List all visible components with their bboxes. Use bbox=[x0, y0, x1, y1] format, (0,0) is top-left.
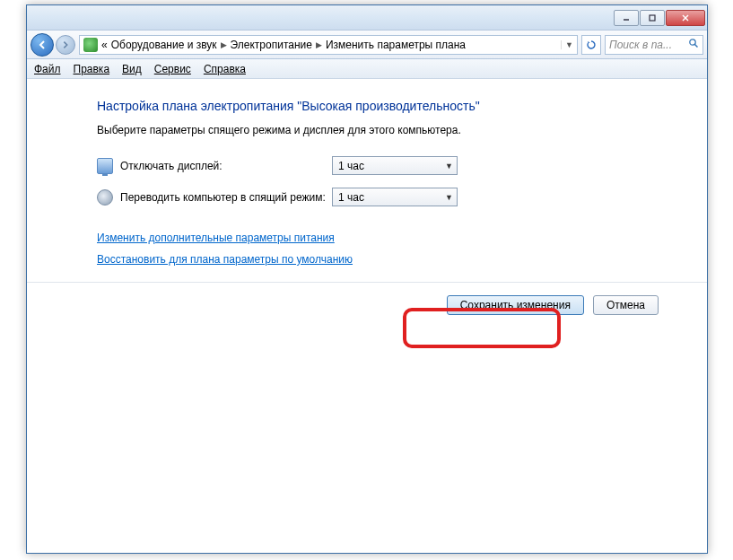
display-off-value: 1 час bbox=[338, 160, 364, 172]
explorer-window: « Оборудование и звук ▶ Электропитание ▶… bbox=[26, 4, 708, 554]
nav-arrows bbox=[31, 33, 75, 57]
chevron-down-icon: ▼ bbox=[445, 162, 453, 171]
button-row: Сохранить изменения Отмена bbox=[97, 283, 680, 315]
breadcrumb-prefix: « bbox=[101, 39, 108, 51]
search-box[interactable]: Поиск в па... bbox=[605, 35, 703, 55]
display-off-select[interactable]: 1 час ▼ bbox=[332, 156, 458, 175]
address-bar[interactable]: « Оборудование и звук ▶ Электропитание ▶… bbox=[79, 35, 578, 55]
row-sleep: Переводить компьютер в спящий режим: 1 ч… bbox=[97, 188, 680, 206]
moon-icon bbox=[97, 189, 113, 206]
control-panel-icon bbox=[83, 38, 98, 52]
monitor-icon bbox=[97, 158, 113, 174]
sleep-select[interactable]: 1 час ▼ bbox=[332, 188, 458, 206]
search-icon bbox=[688, 38, 699, 51]
menu-view[interactable]: Вид bbox=[122, 63, 142, 75]
page-subtext: Выберите параметры спящего режима и дисп… bbox=[97, 124, 680, 136]
menu-tools[interactable]: Сервис bbox=[154, 63, 191, 75]
menu-edit[interactable]: Правка bbox=[74, 63, 110, 75]
svg-point-4 bbox=[690, 39, 695, 45]
refresh-button[interactable] bbox=[581, 35, 601, 55]
back-button[interactable] bbox=[31, 33, 54, 57]
chevron-down-icon: ▼ bbox=[445, 193, 453, 202]
breadcrumb-hardware-sound[interactable]: Оборудование и звук bbox=[111, 39, 217, 51]
cancel-button[interactable]: Отмена bbox=[593, 295, 659, 315]
nav-bar: « Оборудование и звук ▶ Электропитание ▶… bbox=[27, 31, 707, 59]
content-area: Настройка плана электропитания "Высокая … bbox=[27, 79, 707, 553]
sleep-value: 1 час bbox=[338, 191, 364, 204]
close-button[interactable] bbox=[666, 10, 705, 26]
minimize-button[interactable] bbox=[614, 10, 639, 26]
menu-bar: Файл Правка Вид Сервис Справка bbox=[27, 59, 707, 79]
page-title: Настройка плана электропитания "Высокая … bbox=[97, 99, 680, 113]
save-button[interactable]: Сохранить изменения bbox=[447, 295, 584, 315]
address-dropdown[interactable]: ▼ bbox=[561, 40, 573, 49]
search-placeholder: Поиск в па... bbox=[609, 39, 672, 51]
breadcrumb-power-options[interactable]: Электропитание bbox=[231, 39, 312, 51]
chevron-right-icon: ▶ bbox=[316, 40, 322, 49]
menu-help[interactable]: Справка bbox=[204, 63, 246, 75]
link-restore-defaults[interactable]: Восстановить для плана параметры по умол… bbox=[97, 253, 680, 266]
breadcrumb-edit-plan[interactable]: Изменить параметры плана bbox=[326, 39, 466, 51]
menu-file[interactable]: Файл bbox=[34, 63, 61, 75]
forward-button[interactable] bbox=[56, 35, 75, 55]
maximize-button[interactable] bbox=[640, 10, 665, 26]
link-advanced-settings[interactable]: Изменить дополнительные параметры питани… bbox=[97, 232, 680, 244]
row-display-off: Отключать дисплей: 1 час ▼ bbox=[97, 156, 680, 175]
title-bar bbox=[27, 5, 707, 31]
display-off-label: Отключать дисплей: bbox=[120, 160, 332, 172]
svg-rect-1 bbox=[650, 15, 655, 21]
chevron-right-icon: ▶ bbox=[221, 40, 227, 49]
sleep-label: Переводить компьютер в спящий режим: bbox=[120, 191, 332, 204]
svg-line-5 bbox=[695, 45, 698, 48]
